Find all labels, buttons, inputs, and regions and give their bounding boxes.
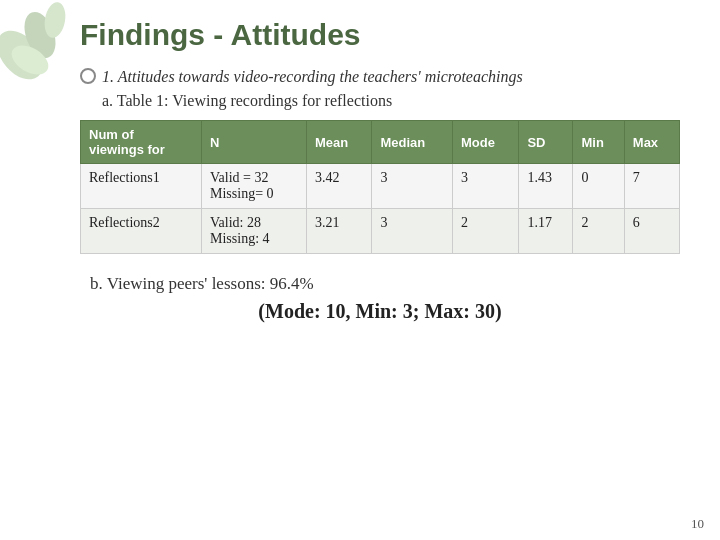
corner-ornament-icon [0,0,80,80]
cell-min-2: 2 [573,209,624,254]
col-header-n: N [202,121,307,164]
slide: Findings - Attitudes 1. Attitudes toward… [0,0,720,540]
col-header-num-of-viewings: Num ofviewings for [81,121,202,164]
cell-max-2: 6 [624,209,679,254]
col-header-max: Max [624,121,679,164]
cell-mode-2: 2 [453,209,519,254]
table-row: Reflections1 Valid = 32Missing= 0 3.42 3… [81,164,680,209]
footer-line2: (Mode: 10, Min: 3; Max: 30) [80,300,680,323]
col-header-mean: Mean [306,121,371,164]
subtitle-text: 1. Attitudes towards video-recording the… [102,66,523,88]
cell-n-2: Valid: 28Missing: 4 [202,209,307,254]
main-content: Findings - Attitudes 1. Attitudes toward… [0,0,720,333]
cell-median-1: 3 [372,164,453,209]
cell-mean-1: 3.42 [306,164,371,209]
col-header-sd: SD [519,121,573,164]
col-header-mode: Mode [453,121,519,164]
subtitle-line: 1. Attitudes towards video-recording the… [80,66,680,88]
cell-min-1: 0 [573,164,624,209]
cell-label-1: Reflections1 [81,164,202,209]
col-header-min: Min [573,121,624,164]
statistics-table: Num ofviewings for N Mean Median Mode SD… [80,120,680,254]
cell-mean-2: 3.21 [306,209,371,254]
cell-median-2: 3 [372,209,453,254]
col-header-median: Median [372,121,453,164]
bullet-icon [80,68,96,84]
page-number: 10 [691,516,704,532]
table-row: Reflections2 Valid: 28Missing: 4 3.21 3 … [81,209,680,254]
cell-n-1: Valid = 32Missing= 0 [202,164,307,209]
cell-label-2: Reflections2 [81,209,202,254]
cell-sd-2: 1.17 [519,209,573,254]
table-heading: a. Table 1: Viewing recordings for refle… [102,92,680,110]
page-title: Findings - Attitudes [80,18,680,52]
footer-line1: b. Viewing peers' lessons: 96.4% [90,270,680,297]
cell-max-1: 7 [624,164,679,209]
cell-sd-1: 1.43 [519,164,573,209]
table-header-row: Num ofviewings for N Mean Median Mode SD… [81,121,680,164]
cell-mode-1: 3 [453,164,519,209]
